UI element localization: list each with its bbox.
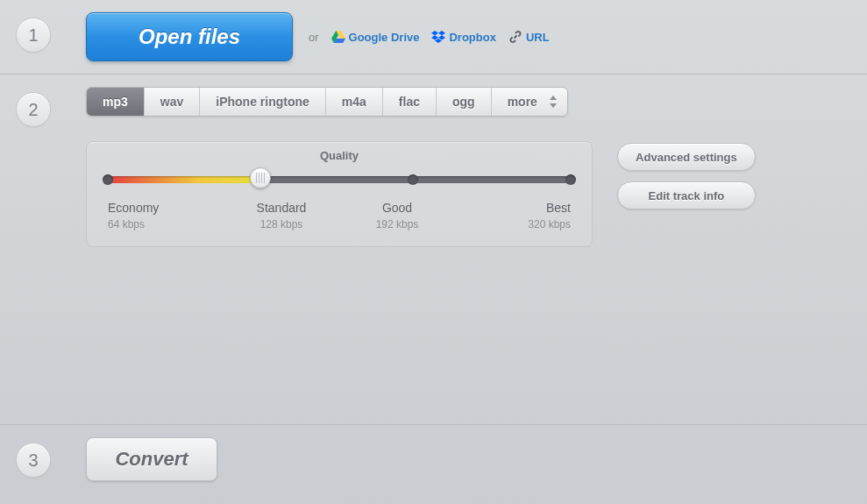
- quality-rate: 128 kbps: [224, 218, 339, 231]
- step-badge-2: 2: [16, 92, 51, 127]
- tab-label: iPhone ringtone: [216, 95, 309, 109]
- tab-label: flac: [399, 95, 420, 109]
- google-drive-icon: [331, 30, 345, 44]
- quality-name: Economy: [108, 201, 224, 215]
- edit-track-info-button[interactable]: Edit track info: [617, 181, 756, 209]
- tab-label: wav: [160, 95, 183, 109]
- format-tabs: mp3 wav iPhone ringtone m4a flac ogg mor…: [86, 87, 568, 117]
- source-dropbox[interactable]: Dropbox: [431, 30, 495, 44]
- quality-level-good: Good 192 kbps: [339, 201, 455, 231]
- quality-level-economy: Economy 64 kbps: [108, 201, 224, 231]
- quality-name: Good: [339, 201, 455, 215]
- tab-more[interactable]: more: [492, 88, 567, 116]
- or-label: or: [309, 31, 319, 44]
- quality-level-best: Best 320 kbps: [455, 201, 571, 231]
- open-files-label: Open files: [139, 25, 240, 49]
- quality-rate: 64 kbps: [108, 218, 224, 231]
- source-google-drive[interactable]: Google Drive: [331, 30, 420, 44]
- quality-rate: 320 kbps: [455, 218, 571, 231]
- edit-track-info-label: Edit track info: [649, 189, 725, 202]
- quality-labels: Economy 64 kbps Standard 128 kbps Good 1…: [108, 201, 571, 231]
- step-2-format-quality: 2 mp3 wav iPhone ringtone m4a flac ogg m…: [0, 75, 867, 425]
- up-down-icon: [548, 96, 558, 108]
- source-url[interactable]: URL: [508, 30, 550, 44]
- tab-label: more: [508, 95, 537, 109]
- tab-iphone-ringtone[interactable]: iPhone ringtone: [200, 88, 326, 116]
- dropbox-icon: [431, 30, 445, 44]
- quality-panel: Quality Economy 64 kbps Standard: [86, 141, 593, 247]
- step-1-open-files: 1 Open files or Google Drive Dropbox: [0, 0, 867, 75]
- slider-stop-best: [565, 174, 576, 185]
- step-badge-1: 1: [16, 18, 51, 53]
- open-files-button[interactable]: Open files: [86, 12, 293, 61]
- tab-flac[interactable]: flac: [383, 88, 437, 116]
- quality-slider[interactable]: [108, 171, 571, 187]
- step-badge-3: 3: [16, 443, 51, 478]
- quality-name: Standard: [224, 201, 339, 215]
- quality-level-standard: Standard 128 kbps: [224, 201, 339, 231]
- tab-label: m4a: [342, 95, 366, 109]
- tab-label: mp3: [103, 95, 128, 109]
- convert-label: Convert: [115, 448, 188, 471]
- convert-button[interactable]: Convert: [86, 437, 217, 481]
- quality-name: Best: [455, 201, 571, 215]
- slider-stop-good: [408, 174, 418, 185]
- google-drive-label: Google Drive: [349, 31, 420, 44]
- advanced-settings-label: Advanced settings: [636, 151, 737, 164]
- link-icon: [508, 30, 522, 44]
- slider-stop-economy: [103, 174, 113, 185]
- step-3-convert: 3 Convert: [0, 425, 867, 493]
- url-label: URL: [526, 31, 550, 44]
- slider-fill: [108, 176, 260, 183]
- tab-mp3[interactable]: mp3: [87, 88, 145, 116]
- tab-m4a[interactable]: m4a: [326, 88, 383, 116]
- quality-title: Quality: [108, 149, 571, 162]
- dropbox-label: Dropbox: [449, 31, 495, 44]
- tab-wav[interactable]: wav: [145, 88, 200, 116]
- advanced-settings-button[interactable]: Advanced settings: [617, 143, 756, 171]
- quality-rate: 192 kbps: [339, 218, 455, 231]
- slider-handle[interactable]: [250, 167, 271, 188]
- tab-ogg[interactable]: ogg: [437, 88, 492, 116]
- tab-label: ogg: [452, 95, 475, 109]
